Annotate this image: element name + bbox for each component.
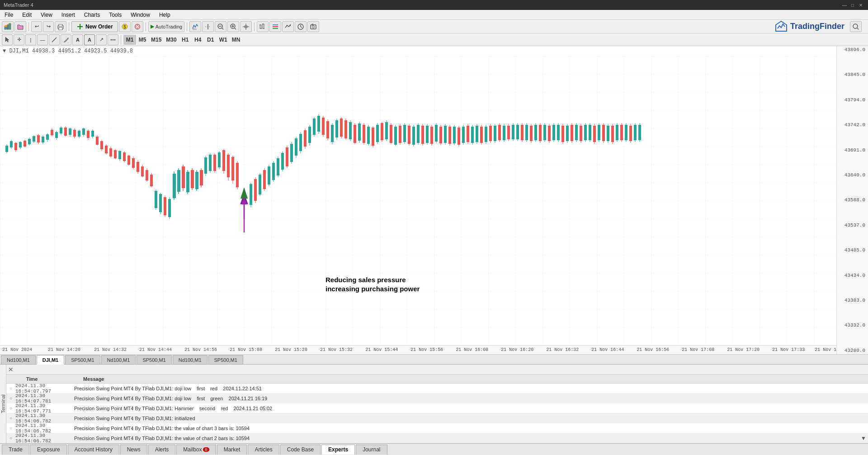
chart-type-button[interactable] <box>257 21 269 32</box>
crosshair-tool[interactable]: ✛ <box>14 34 24 45</box>
svg-rect-0 <box>5 27 6 29</box>
zoom-in-button[interactable] <box>227 21 239 32</box>
svg-rect-183 <box>308 127 311 143</box>
text-box-tool[interactable]: A <box>84 34 95 45</box>
more-tools-button[interactable] <box>108 34 118 45</box>
tab-sp500m1-1[interactable]: SP500,M1 <box>65 355 100 364</box>
screenshot-button[interactable] <box>307 21 319 32</box>
minimize-button[interactable]: — <box>841 1 848 9</box>
period-sep-button[interactable] <box>202 21 214 32</box>
timeframe-d1[interactable]: D1 <box>204 35 217 45</box>
timeframe-mn[interactable]: MN <box>230 35 243 45</box>
open-button[interactable] <box>14 21 26 32</box>
tab-code-base[interactable]: Code Base <box>280 445 321 455</box>
tab-news[interactable]: News <box>120 445 147 455</box>
log-row-2[interactable]: ○ 2024.11.30 16:54:07.781 Precision Swin… <box>6 393 868 403</box>
maximize-button[interactable]: □ <box>849 1 856 9</box>
tradingfinder-logo[interactable]: TradingFinder <box>775 20 849 33</box>
tab-djim1[interactable]: DJI,M1 <box>37 355 64 365</box>
price-43896: 43896.0 <box>837 47 868 52</box>
menu-charts[interactable]: Charts <box>80 10 104 20</box>
menu-view[interactable]: View <box>36 10 57 20</box>
log-msg-2: Precision Swing Point MT4 By TFlab DJI,M… <box>74 396 868 401</box>
svg-rect-116 <box>150 175 153 186</box>
redo-button[interactable]: ↪ <box>43 21 54 32</box>
tab-account-history[interactable]: Account History <box>68 445 119 455</box>
autoscroll-button[interactable] <box>282 21 294 32</box>
autotrading-button[interactable]: ▶ AutoTrading <box>148 21 185 32</box>
tab-nd100m1-1[interactable]: Nd100,M1 <box>1 355 36 364</box>
log-row-6[interactable]: ○ 2024.11.30 16:54:06.782 Precision Swin… <box>6 433 868 443</box>
log-row-3[interactable]: ○ 2024.11.30 16:54:07.771 Precision Swin… <box>6 403 868 413</box>
tab-journal[interactable]: Journal <box>356 445 387 455</box>
menu-insert[interactable]: Insert <box>57 10 80 20</box>
undo-button[interactable]: ↩ <box>31 21 42 32</box>
svg-line-38 <box>301 27 302 28</box>
tab-articles[interactable]: Articles <box>248 445 279 455</box>
menu-help[interactable]: Help <box>155 10 175 20</box>
clock-button[interactable] <box>295 21 307 32</box>
drawing-tools-button[interactable] <box>61 34 71 45</box>
global-search-button[interactable] <box>850 21 862 32</box>
sep5 <box>254 22 255 31</box>
log-scroll-expand[interactable]: ▼ <box>859 435 868 441</box>
timeframe-h4[interactable]: H4 <box>192 35 204 45</box>
arrow-tool[interactable]: ↗ <box>96 34 107 45</box>
svg-rect-169 <box>277 158 279 175</box>
zoom-out-button[interactable] <box>215 21 226 32</box>
minus-tool[interactable]: — <box>37 34 48 45</box>
tab-alerts[interactable]: Alerts <box>148 445 176 455</box>
tab-nd100m1-2[interactable]: Nd100,M1 <box>101 355 136 364</box>
indicators-button[interactable]: f(x) <box>189 21 201 32</box>
tab-sp500m1-3[interactable]: SP500,M1 <box>208 355 243 364</box>
timeframe-group: M1 M5 M15 M30 H1 H4 D1 W1 MN <box>123 35 242 45</box>
candlestick-chart[interactable]: Reducing sales pressure increasing purch… <box>0 56 836 345</box>
pending-order-button[interactable]: $ <box>119 21 131 32</box>
tab-experts[interactable]: Experts <box>321 445 355 455</box>
timeframe-w1[interactable]: W1 <box>217 35 230 45</box>
menu-file[interactable]: File <box>0 10 18 20</box>
svg-rect-84 <box>78 131 80 137</box>
diagonal-line-tool[interactable] <box>49 34 60 45</box>
log-row-5[interactable]: ○ 2024.11.30 16:54:06.782 Precision Swin… <box>6 423 868 433</box>
separator-tool[interactable]: | <box>25 34 36 45</box>
price-43537: 43537.0 <box>837 223 868 228</box>
svg-rect-62 <box>28 139 31 144</box>
price-43742: 43742.0 <box>837 122 868 128</box>
tab-mailbox[interactable]: Mailbox8 <box>176 445 216 455</box>
log-row-4[interactable]: ○ 2024.11.30 16:54:06.782 Precision Swin… <box>6 413 868 423</box>
timeframe-h1[interactable]: H1 <box>179 35 192 45</box>
timeframe-m1[interactable]: M1 <box>123 35 136 45</box>
close-button[interactable]: ✕ <box>857 1 864 9</box>
new-order-button[interactable]: New Order <box>71 21 118 32</box>
print-button[interactable] <box>55 21 66 32</box>
menu-edit[interactable]: Edit <box>18 10 36 20</box>
crosshair-button[interactable] <box>240 21 252 32</box>
log-row-1[interactable]: ○ 2024.11.30 16:54:07.797 Precision Swin… <box>6 384 868 393</box>
bottom-tabs: Trade Exposure Account History News Aler… <box>0 443 868 455</box>
cursor-tool[interactable] <box>2 34 13 45</box>
menu-tools[interactable]: Tools <box>104 10 126 20</box>
timeframe-m5[interactable]: M5 <box>136 35 149 45</box>
new-chart-button[interactable] <box>2 21 14 32</box>
tab-sp500m1-2[interactable]: SP500,M1 <box>137 355 171 364</box>
menu-window[interactable]: Window <box>126 10 155 20</box>
trade-levels-button[interactable] <box>269 21 281 32</box>
tab-nd100m1-3[interactable]: Nd100,M1 <box>173 355 208 364</box>
tab-exposure[interactable]: Exposure <box>30 445 67 455</box>
text-tool[interactable]: A <box>72 34 83 45</box>
tab-trade[interactable]: Trade <box>2 445 29 455</box>
timeframe-m15[interactable]: M15 <box>149 35 164 45</box>
svg-rect-207 <box>363 125 365 143</box>
svg-rect-315 <box>607 126 609 141</box>
terminal-close-button[interactable]: ✕ <box>8 366 14 373</box>
col-time-header: Time <box>15 376 83 382</box>
svg-rect-213 <box>376 125 379 142</box>
timeframe-m30[interactable]: M30 <box>164 35 179 45</box>
close-order-button[interactable] <box>132 21 143 32</box>
tab-market[interactable]: Market <box>217 445 247 455</box>
svg-rect-275 <box>516 125 519 139</box>
svg-rect-205 <box>358 123 361 141</box>
svg-rect-132 <box>186 172 189 192</box>
chart-area[interactable]: ▼ DJI,M1 44938.3 44951.2 44923.5 44939.8… <box>0 46 868 355</box>
